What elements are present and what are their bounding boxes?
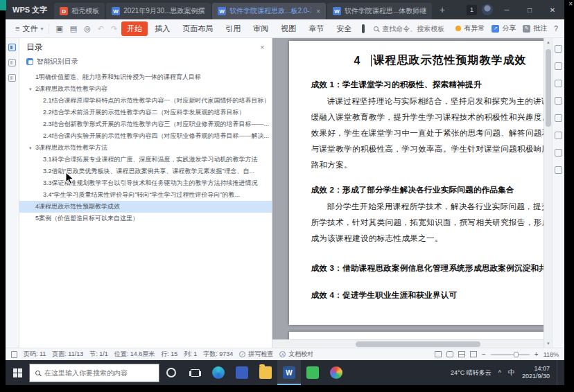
toolbox-icon[interactable] — [362, 24, 365, 33]
share-button[interactable]: ↗ 分享 — [492, 24, 516, 33]
photos-app-button[interactable] — [324, 360, 348, 385]
print-layout-view-icon[interactable] — [435, 351, 442, 357]
toc-item[interactable]: ▾2课程思政示范性教学内容 — [19, 83, 272, 95]
taskbar-search-input[interactable] — [44, 369, 148, 377]
toc-item[interactable]: 3.1科学合理拓展专业课程的广度、深度和温度，实践激发学习动机的教学方法 — [19, 154, 272, 166]
command-search[interactable] — [374, 25, 454, 33]
toc-item[interactable]: 3.3保证精准规划教学平台以引导技术和任务驱动为主的教学方法持续推进情况 — [19, 177, 272, 189]
help-button[interactable]: ? — [554, 25, 558, 33]
close-button[interactable]: ✕ — [543, 0, 562, 19]
horizontal-scroll-thumb[interactable] — [356, 341, 480, 347]
document-canvas[interactable]: 4 课程思政示范性预期教学成效 成效 1：学生课堂学习的积极性、探索精神提升 讲… — [272, 38, 552, 348]
wps-writer-button[interactable]: W — [277, 360, 301, 385]
sidebar-tool-icon[interactable] — [555, 80, 562, 87]
zoom-slider[interactable] — [491, 354, 530, 355]
toc-item[interactable]: ▾3课程思政示范性教学方法 — [19, 142, 272, 154]
toc-item[interactable]: 2.3结合创新教学形式开展的示范性教学内容三（对应职业修养观的培养目标——... — [19, 118, 272, 130]
file-menu[interactable]: ≡ 文件 ▾ — [10, 24, 49, 34]
document-tab[interactable]: W 软件学院课程思...体教师继续完善 — [327, 3, 432, 19]
sidebar-tool-icon[interactable] — [555, 149, 562, 157]
print-icon[interactable]: ▤ — [67, 24, 80, 33]
expand-caret-icon[interactable]: ▾ — [29, 87, 35, 92]
toc-item[interactable]: 3.4“学生学习质量结果性评价导向”转向“学生学习过程性评价导向”的教... — [19, 189, 272, 201]
sidebar-tool-icon[interactable] — [555, 166, 562, 174]
undo-icon[interactable]: ↶ — [95, 24, 107, 33]
task-view-button[interactable] — [183, 360, 207, 385]
tab-view[interactable]: 视图 — [275, 21, 302, 36]
expand-caret-icon[interactable]: ▾ — [29, 145, 35, 151]
overlay-close-icon[interactable]: × — [568, 1, 573, 8]
tab-section[interactable]: 章节 — [303, 21, 329, 36]
sidebar-tool-icon[interactable] — [555, 97, 562, 105]
toc-item[interactable]: 1明确价值塑造、能力培养和知识传授为一体的课程育人目标 — [19, 71, 272, 83]
notification-badge[interactable]: 1 — [467, 5, 477, 15]
file-explorer-button[interactable] — [254, 360, 277, 385]
sidebar-tool-icon[interactable] — [555, 45, 562, 53]
weather-widget[interactable]: 24°C 晴转多云 — [451, 368, 492, 377]
edge-app-button[interactable] — [207, 360, 230, 385]
proofread-button[interactable]: A 文档校对 — [279, 350, 313, 359]
tab-references[interactable]: 引用 — [220, 21, 246, 36]
sidebar-tool-icon[interactable] — [555, 132, 562, 139]
zoom-out-icon[interactable]: − — [482, 350, 486, 358]
print-preview-icon[interactable]: ◎ — [81, 24, 94, 33]
green-app-button[interactable] — [301, 360, 324, 385]
bookmark-pane-icon[interactable] — [8, 59, 16, 66]
vertical-scroll-thumb[interactable] — [546, 49, 551, 127]
web-layout-view-icon[interactable] — [458, 351, 465, 357]
toc-item[interactable]: 2.2结合学术前沿开展的示范性教学内容二（对应科学发展观的培养目标） — [19, 107, 272, 118]
status-word-count[interactable]: 字数: 9734 — [203, 350, 233, 359]
zoom-slider-thumb[interactable] — [514, 352, 519, 357]
document-tab-active[interactable]: W 软件学院课程思政...板2.0-马春燕 × — [212, 3, 326, 19]
spellcheck-icon: ✓ — [239, 351, 245, 357]
toc-title: 目录 — [26, 42, 43, 53]
horizontal-scrollbar[interactable] — [272, 339, 543, 348]
clock[interactable]: 14:07 2021/9/30 — [522, 365, 550, 381]
tray-expand-icon[interactable]: ^ — [498, 369, 501, 376]
zoom-in-icon[interactable]: + — [534, 350, 539, 358]
new-tab-button[interactable]: + — [433, 0, 451, 19]
spellcheck-button[interactable]: ✓ 拼写检查 — [239, 350, 273, 359]
show-desktop-button[interactable] — [557, 360, 559, 385]
tab-security[interactable]: 安全 — [331, 21, 357, 36]
sidebar-tool-icon[interactable] — [555, 62, 562, 70]
save-icon[interactable]: ▣ — [53, 24, 65, 33]
read-mode-view-icon[interactable] — [446, 351, 453, 357]
outline-pane-icon[interactable] — [8, 44, 16, 51]
smart-toc-button[interactable]: 智能识别目录 — [26, 57, 78, 66]
redo-icon[interactable]: ↷ — [108, 24, 120, 33]
scroll-up-icon[interactable]: ▲ — [544, 38, 552, 46]
document-page[interactable]: 4 课程思政示范性预期教学成效 成效 1：学生课堂学习的积极性、探索精神提升 讲… — [289, 41, 552, 325]
close-icon[interactable]: × — [260, 43, 264, 51]
tab-review[interactable]: 审阅 — [247, 21, 274, 36]
zoom-level[interactable]: 118% — [543, 351, 559, 358]
tab-page-layout[interactable]: 页面布局 — [177, 21, 218, 36]
tab-close-icon[interactable]: × — [316, 8, 320, 15]
toc-item[interactable]: 2.1结合课程原理学科特点的示范性教学内容一（对应新时代家国情怀的培养目标） — [19, 95, 272, 107]
body-line: 与课堂教学的积极性高，学习效率高。学生针对课堂问题积极响应并上传自己 — [311, 141, 552, 157]
outline-view-icon[interactable] — [470, 351, 477, 357]
vertical-scrollbar[interactable]: ▲ ▼ — [543, 38, 552, 348]
toc-item[interactable]: 2.4结合课内实验开展的示范性教学内容四（对应职业修养观的培养目标——解决... — [19, 130, 272, 142]
tab-home[interactable]: 开始 — [121, 21, 148, 36]
document-tab[interactable]: D 稻壳模板 — [54, 3, 105, 19]
start-button[interactable] — [6, 360, 29, 385]
search-pane-icon[interactable] — [8, 74, 16, 82]
scroll-down-icon[interactable]: ▼ — [544, 339, 552, 348]
toc-item[interactable]: 3.2借助“思政类优秀板块、课程思政案例共享、课程教学元素发掘”理念、自... — [19, 166, 272, 177]
minimize-button[interactable]: ─ — [498, 0, 516, 19]
sync-status[interactable]: 有异常 — [455, 24, 485, 33]
cortana-button[interactable] — [159, 360, 183, 385]
toc-item-selected[interactable]: 4课程思政示范性预期教学成效 — [19, 201, 272, 213]
sidebar-tool-icon[interactable] — [555, 114, 562, 122]
taskbar-search[interactable] — [29, 364, 159, 382]
document-tab[interactable]: W 2021年9月30...思政案例撰写专题会 — [106, 3, 211, 19]
ime-indicator[interactable]: 中 — [508, 368, 515, 377]
comment-button[interactable]: ✎ 批注 — [523, 24, 547, 33]
account-avatar[interactable] — [482, 4, 493, 15]
command-search-input[interactable] — [382, 25, 454, 33]
toc-item[interactable]: 5案例（价值塑造目标可以来自这里） — [19, 213, 272, 224]
blue-app-button[interactable] — [230, 360, 254, 385]
tab-insert[interactable]: 插入 — [149, 21, 175, 36]
maximize-button[interactable]: □ — [521, 0, 539, 19]
